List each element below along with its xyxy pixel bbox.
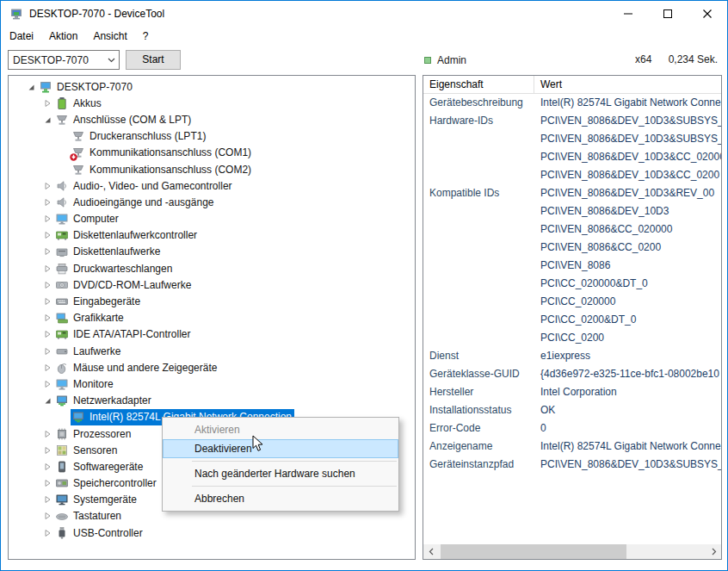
scroll-right-icon[interactable] <box>706 544 721 559</box>
menu-[interactable]: ? <box>135 27 157 47</box>
start-button[interactable]: Start <box>126 50 181 70</box>
tree-item[interactable]: Akkus <box>9 95 415 111</box>
expand-arrow-icon[interactable] <box>40 526 54 540</box>
tree-item[interactable]: IDE ATA/ATAPI-Controller <box>9 326 415 343</box>
collapse-arrow-icon[interactable] <box>40 113 54 127</box>
property-row[interactable]: Hardware-IDsPCI\VEN_8086&DEV_10D3&SUBSYS… <box>423 112 721 184</box>
tree-item[interactable]: Audioeingänge und -ausgänge <box>9 194 415 210</box>
property-row[interactable]: HerstellerIntel Corporation <box>423 383 721 401</box>
expand-arrow-icon[interactable] <box>40 295 54 308</box>
property-row[interactable]: Error-Code0 <box>423 419 721 438</box>
property-row[interactable]: Kompatible IDsPCI\VEN_8086&DEV_10D3&REV_… <box>423 184 721 347</box>
expand-arrow-icon[interactable] <box>40 493 54 506</box>
tree-item[interactable]: DESKTOP-7070 <box>9 78 415 95</box>
property-value: PCI\VEN_8086&CC_0200 <box>534 239 721 257</box>
toolbar: DESKTOP-7070 Start Admin x64 0,234 Sek. <box>1 47 727 72</box>
tree-item[interactable]: Kommunikationsanschluss (COM1) <box>9 145 415 161</box>
controller-icon <box>55 228 69 242</box>
context-menu-item-nach-ge-nderter-hardware-suchen[interactable]: Nach geänderter Hardware suchen <box>163 464 398 483</box>
tree-item[interactable]: Computer <box>9 211 415 227</box>
computer-select[interactable]: DESKTOP-7070 <box>8 50 120 70</box>
storage-icon <box>55 476 69 490</box>
tree-item-label: Systemgeräte <box>73 493 137 506</box>
expand-arrow-icon[interactable] <box>40 96 54 110</box>
expand-arrow-icon[interactable] <box>40 228 54 242</box>
architecture-label: x64 <box>635 50 651 70</box>
tree-item[interactable]: Eingabegeräte <box>9 293 415 309</box>
expand-arrow-icon[interactable] <box>40 311 54 325</box>
tree-item[interactable]: Druckeranschluss (LPT1) <box>9 128 415 145</box>
expand-arrow-icon[interactable] <box>40 245 54 258</box>
tree-item[interactable]: Netzwerkadapter <box>9 393 415 409</box>
property-value: PCI\VEN_8086&DEV_10D3&SUBSYS_07 <box>534 112 721 130</box>
controller-icon <box>55 327 69 341</box>
column-header-eigenschaft[interactable]: Eigenschaft <box>423 76 534 93</box>
tree-item[interactable]: Kommunikationsanschluss (COM2) <box>9 161 415 177</box>
collapse-arrow-icon[interactable] <box>24 80 38 94</box>
expand-arrow-icon[interactable] <box>40 196 54 209</box>
tree-item[interactable]: USB-Controller <box>9 524 415 541</box>
tree-item[interactable]: Grafikkarte <box>9 310 415 326</box>
tree-item-label: Kommunikationsanschluss (COM1) <box>89 146 251 158</box>
expand-arrow-icon[interactable] <box>40 212 54 226</box>
tree-item[interactable]: DVD/CD-ROM-Laufwerke <box>9 276 415 293</box>
column-header-wert[interactable]: Wert <box>534 76 721 93</box>
expand-arrow-icon[interactable] <box>40 427 54 441</box>
disc-icon <box>55 278 69 292</box>
expand-arrow-icon[interactable] <box>40 361 54 375</box>
expand-arrow-icon[interactable] <box>40 444 54 457</box>
property-name: Geräteklasse-GUID <box>423 365 534 383</box>
tree-item-label: DVD/CD-ROM-Laufwerke <box>73 279 191 291</box>
tree-item[interactable]: Druckwarteschlangen <box>9 260 415 276</box>
property-value: PCI\CC_0200&DT_0 <box>534 311 721 329</box>
scrollbar-thumb[interactable] <box>441 544 626 559</box>
expand-arrow-icon[interactable] <box>40 278 54 292</box>
tree-item[interactable]: Audio-, Video- und Gamecontroller <box>9 177 415 194</box>
menu-ansicht[interactable]: Ansicht <box>85 27 134 47</box>
property-row[interactable]: Dienste1iexpress <box>423 347 721 365</box>
property-row[interactable]: GeräteinstanzpfadPCI\VEN_8086&DEV_10D3&S… <box>423 456 721 474</box>
context-menu-item-aktivieren[interactable]: Aktivieren <box>163 420 398 439</box>
tree-item-label: Diskettenlaufwerke <box>73 245 160 258</box>
expand-arrow-icon[interactable] <box>40 377 54 391</box>
property-row[interactable]: InstallationsstatusOK <box>423 401 721 419</box>
expand-arrow-icon[interactable] <box>40 344 54 358</box>
expand-arrow-icon[interactable] <box>40 262 54 276</box>
tree-item-label: Grafikkarte <box>73 312 124 324</box>
expand-arrow-icon[interactable] <box>40 327 54 341</box>
expand-arrow-icon[interactable] <box>40 179 54 193</box>
tree-item-label: Anschlüsse (COM & LPT) <box>73 114 191 126</box>
maximize-button[interactable] <box>648 1 688 27</box>
tree-item[interactable]: Monitore <box>9 375 415 392</box>
tree-item[interactable]: Anschlüsse (COM & LPT) <box>9 111 415 127</box>
property-name: Anzeigename <box>423 438 534 456</box>
menu-aktion[interactable]: Aktion <box>41 27 85 47</box>
horizontal-scrollbar[interactable] <box>423 544 721 559</box>
tree-item-label: Eingabegeräte <box>73 295 140 307</box>
property-row[interactable]: GerätebeschreibungIntel(R) 82574L Gigabi… <box>423 94 721 112</box>
tree-item-label: IDE ATA/ATAPI-Controller <box>73 328 190 340</box>
title-bar[interactable]: DESKTOP-7070 - DeviceTool <box>1 1 727 27</box>
collapse-arrow-icon[interactable] <box>40 394 54 407</box>
cpu-icon <box>55 427 69 441</box>
tree-item[interactable]: Diskettenlaufwerke <box>9 244 415 260</box>
property-row[interactable]: Geräteklasse-GUID{4d36e972-e325-11ce-bfc… <box>423 365 721 383</box>
tree-item[interactable]: Diskettenlaufwerkcontroller <box>9 227 415 244</box>
property-name: Kompatible IDs <box>423 184 534 347</box>
close-button[interactable] <box>688 1 727 27</box>
menu-datei[interactable]: Datei <box>2 27 41 47</box>
tree-item-label: Netzwerkadapter <box>73 394 151 407</box>
expand-arrow-icon[interactable] <box>40 509 54 523</box>
minimize-button[interactable] <box>608 1 648 27</box>
tree-item[interactable]: Mäuse und andere Zeigegeräte <box>9 359 415 375</box>
floppy-icon <box>55 245 69 258</box>
expand-arrow-icon[interactable] <box>40 460 54 474</box>
expand-arrow-icon[interactable] <box>40 476 54 490</box>
context-menu-item-abbrechen[interactable]: Abbrechen <box>163 489 398 508</box>
context-menu-item-deaktivieren[interactable]: Deaktivieren <box>163 439 398 458</box>
scroll-left-icon[interactable] <box>423 544 438 559</box>
property-name: Dienst <box>423 347 534 365</box>
tree-item[interactable]: Laufwerke <box>9 343 415 359</box>
port-icon <box>55 113 69 127</box>
property-row[interactable]: AnzeigenameIntel(R) 82574L Gigabit Netwo… <box>423 438 721 456</box>
